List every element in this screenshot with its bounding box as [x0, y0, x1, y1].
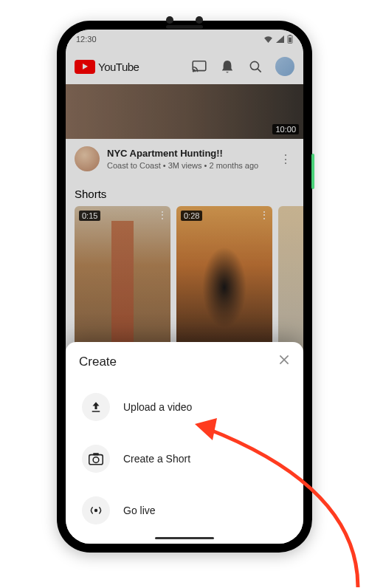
- short-card[interactable]: [278, 206, 303, 354]
- svg-point-4: [193, 70, 194, 72]
- short-card[interactable]: 0:15 ⋮: [75, 206, 170, 354]
- search-icon[interactable]: [247, 58, 263, 75]
- duration-badge: 0:28: [181, 211, 202, 221]
- signal-icon: [276, 35, 284, 43]
- avatar[interactable]: [275, 57, 294, 76]
- video-title: NYC Apartment Hunting!!: [107, 148, 269, 160]
- front-camera: [166, 16, 173, 24]
- home-indicator[interactable]: [155, 537, 214, 539]
- bell-icon[interactable]: [219, 58, 235, 75]
- speaker: [166, 25, 203, 29]
- create-short-item[interactable]: Create a Short: [79, 433, 290, 485]
- sheet-item-label: Go live: [123, 505, 156, 516]
- svg-rect-3: [193, 61, 206, 71]
- youtube-logo[interactable]: YouTube: [75, 60, 139, 74]
- svg-line-6: [257, 68, 261, 72]
- channel-avatar[interactable]: [75, 146, 100, 171]
- power-button: [311, 154, 314, 189]
- status-time: 12:30: [76, 35, 97, 44]
- svg-rect-1: [289, 35, 291, 35]
- sheet-title: Create: [79, 355, 117, 369]
- close-icon[interactable]: [278, 354, 290, 369]
- go-live-item[interactable]: Go live: [79, 485, 290, 536]
- video-subtitle: Coast to Coast • 3M views • 2 months ago: [107, 161, 269, 170]
- kebab-icon[interactable]: ⋮: [259, 209, 269, 221]
- front-camera: [196, 16, 203, 24]
- shorts-heading: Shorts: [66, 179, 303, 206]
- phone-frame: 12:30 YouTube 10:: [57, 21, 312, 553]
- sheet-item-label: Upload a video: [123, 401, 192, 413]
- upload-video-item[interactable]: Upload a video: [79, 381, 290, 433]
- app-header: YouTube: [66, 49, 303, 84]
- svg-rect-11: [93, 453, 99, 455]
- cast-icon[interactable]: [191, 58, 207, 75]
- kebab-icon[interactable]: ⋮: [277, 152, 294, 166]
- video-meta-row[interactable]: NYC Apartment Hunting!! Coast to Coast •…: [66, 139, 303, 179]
- live-icon: [82, 496, 110, 524]
- featured-thumbnail[interactable]: 10:00: [66, 84, 303, 139]
- svg-point-10: [93, 457, 99, 463]
- status-bar: 12:30: [66, 30, 303, 49]
- svg-point-5: [250, 61, 258, 69]
- upload-icon: [82, 393, 110, 421]
- svg-rect-2: [289, 38, 292, 43]
- create-bottom-sheet: Create Upload a video Create a Short: [66, 342, 303, 544]
- wifi-icon: [263, 35, 273, 43]
- screen: 12:30 YouTube 10:: [66, 30, 303, 544]
- duration-badge: 0:15: [79, 211, 100, 221]
- shorts-shelf[interactable]: 0:15 ⋮ 0:28 ⋮: [66, 206, 303, 354]
- sheet-item-label: Create a Short: [123, 453, 190, 465]
- svg-point-12: [94, 509, 97, 512]
- brand-text: YouTube: [98, 61, 139, 73]
- battery-icon: [287, 35, 293, 44]
- kebab-icon[interactable]: ⋮: [157, 209, 168, 221]
- camera-icon: [82, 445, 110, 473]
- duration-badge: 10:00: [272, 124, 299, 134]
- short-card[interactable]: 0:28 ⋮: [176, 206, 272, 354]
